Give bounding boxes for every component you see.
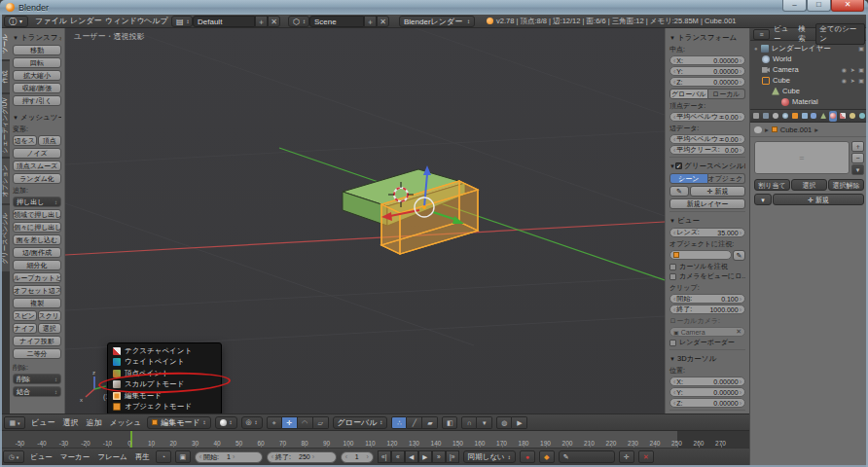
next-keyframe-button[interactable]: » (432, 450, 446, 463)
grease-pencil-header[interactable]: ▼✓ グリースペンシルレイ... (669, 162, 745, 171)
auto-keyframe-button[interactable]: ● (520, 450, 535, 463)
median-x-field[interactable]: X:0.00000 (669, 55, 745, 65)
render-engine-select[interactable]: Blenderレンダー↕ (399, 16, 475, 27)
manipulator-axes-icon[interactable]: ⌖ (267, 416, 282, 429)
spin-button[interactable]: スピン (13, 310, 37, 321)
tab-material[interactable] (829, 111, 838, 122)
median-y-field[interactable]: Y:0.00000 (669, 66, 745, 76)
lock-frame-button[interactable]: ▣ (175, 450, 191, 463)
merge-menu[interactable]: 結合↕ (13, 386, 61, 397)
menu-item-vertex-paint[interactable]: 頂点ペイント (109, 368, 220, 379)
scene-name[interactable]: Scene (309, 16, 364, 27)
orientation-select[interactable]: グローバル↕ (333, 416, 388, 429)
close-button[interactable]: ✕ (831, 0, 864, 12)
panel-transform-header[interactable]: ▼ トランスフォーム (13, 33, 61, 43)
randomize-button[interactable]: ランダム化 (13, 173, 61, 184)
vertex-bevel-weight-field[interactable]: 平均ベベルウェ:0.00 (669, 112, 745, 122)
snap-magnet-button[interactable]: ∩ (461, 416, 477, 429)
scale-manipulator-button[interactable]: ▱ (313, 416, 329, 429)
titlebar[interactable]: Blender – □ ✕ (0, 0, 868, 15)
snap-element-button[interactable]: ▾ (477, 416, 492, 429)
menu-mesh[interactable]: メッシュ (107, 417, 143, 428)
keying-set-field[interactable]: ✎ (559, 450, 615, 463)
scene-icon-button[interactable]: ⬡↕ (288, 16, 309, 27)
editor-type-button[interactable]: ⓘ▾ (4, 16, 28, 27)
start-frame-field[interactable]: 開始:1 (195, 451, 263, 463)
face-select-button[interactable]: ▰ (422, 416, 438, 429)
play-reverse-button[interactable]: ◀ (405, 450, 418, 463)
current-frame-field[interactable]: 1 (341, 451, 374, 463)
add-scene-button[interactable]: ＋ (364, 16, 377, 27)
menu-playback[interactable]: 再生 (133, 452, 152, 462)
extrude-region-button[interactable]: 領域で押し出し (13, 209, 61, 220)
select-button[interactable]: 選択 (38, 323, 62, 334)
assign-button[interactable]: 割り当て (754, 179, 790, 191)
delete-menu[interactable]: 削除↕ (13, 374, 61, 384)
editor-type-button[interactable]: ≡ (753, 29, 770, 40)
lock-object-field[interactable] (669, 250, 732, 260)
editor-type-button[interactable]: ▦ ▾ (4, 416, 25, 429)
menu-select[interactable]: 選択 (60, 417, 80, 428)
editor-type-button[interactable]: ◷ ▾ (3, 450, 24, 463)
extrude-menu[interactable]: 押し出し↕ (13, 197, 61, 207)
restrict-icons[interactable]: ◉ ➤ ▣ (842, 66, 865, 73)
median-z-field[interactable]: Z:0.00000 (669, 77, 745, 87)
menu-item-texture-paint[interactable]: テクスチャペイント (109, 345, 220, 357)
remove-slot-button[interactable]: − (851, 153, 864, 163)
previous-keyframe-button[interactable]: « (391, 450, 405, 463)
view-panel-header[interactable]: ▼ ビュー (669, 216, 745, 226)
add-layout-button[interactable]: ＋ (255, 16, 268, 27)
edge-bevel-weight-field[interactable]: 平均ベベルウェ:0.00 (669, 134, 745, 144)
opengl-animation-button[interactable]: ▶ (512, 416, 527, 429)
tab-world[interactable] (780, 111, 789, 122)
delete-keyframe-button[interactable]: ✕ (638, 450, 654, 463)
keying-options-button[interactable]: ◆ (539, 450, 555, 463)
cursor-z-field[interactable]: Z:0.00000 (669, 398, 745, 408)
screw-button[interactable]: スクリュ (38, 310, 62, 321)
menu-item-weight-paint[interactable]: ウェイトペイント (109, 357, 220, 369)
menu-frame[interactable]: フレーム (95, 452, 129, 462)
global-toggle[interactable]: グローバル (669, 89, 708, 99)
timeline-ruler[interactable]: -50-40-30-20-100102030405060708090100110… (0, 431, 749, 449)
duplicate-button[interactable]: 複製 (13, 298, 61, 308)
lock-cursor-checkbox[interactable]: カーソルを注視 (669, 262, 745, 271)
gp-new-button[interactable]: ✛ 新規 (690, 186, 745, 197)
local-toggle[interactable]: ローカル (708, 89, 746, 99)
checkbox-checked-icon[interactable]: ✓ (675, 162, 682, 169)
menu-marker[interactable]: マーカー (58, 452, 91, 462)
knife-project-button[interactable]: ナイフ投影 (13, 336, 61, 346)
delete-layout-button[interactable]: ✕ (268, 16, 280, 27)
clip-start-field[interactable]: 開始:0.100 (669, 294, 745, 304)
3d-viewport[interactable]: zyx ユーザー・透視投影 (1) テクスチャペイント ウェイトペイント 頂点ペ… (65, 28, 665, 413)
menu-view[interactable]: ビュー (29, 417, 56, 428)
menu-view[interactable]: ビュー (28, 452, 54, 462)
screen-layout-name[interactable]: Default (193, 16, 255, 27)
new-material-button[interactable]: ✛ 新規 (773, 194, 864, 205)
menu-view[interactable]: ビュー (774, 24, 794, 44)
outliner-item-world[interactable]: World (754, 54, 868, 64)
jump-to-end-button[interactable]: |» (446, 450, 459, 463)
restrict-icons[interactable]: ▣ (858, 45, 865, 52)
knife-button[interactable]: ナイフ (13, 323, 37, 334)
delete-scene-button[interactable]: ✕ (377, 16, 389, 27)
edge-select-button[interactable]: ╱ (407, 416, 422, 429)
minimize-button[interactable]: – (782, 0, 807, 12)
jump-to-start-button[interactable]: «| (378, 450, 391, 463)
subdivide-button[interactable]: 細分化 (13, 260, 61, 270)
end-frame-field[interactable]: 終了:250 (267, 451, 337, 463)
make-edge-face-button[interactable]: 辺/面作成 (13, 247, 61, 258)
tab-constraints[interactable] (800, 111, 809, 122)
edge-slide-button[interactable]: 辺をス (13, 135, 37, 146)
tab-texture[interactable] (838, 111, 847, 122)
limit-to-visible-button[interactable]: ◧ (442, 416, 457, 429)
menu-item-object-mode[interactable]: オブジェクトモード (109, 402, 220, 413)
maximize-button[interactable]: □ (807, 0, 831, 12)
material-slot-list[interactable]: = (754, 141, 850, 174)
lens-field[interactable]: レンズ:35.000 (669, 228, 745, 237)
outliner-item-cube-mesh[interactable]: Cube (754, 86, 868, 96)
menu-item-sculpt-mode[interactable]: スカルプトモード (109, 379, 220, 391)
mean-crease-field[interactable]: 平均クリース:0.00 (669, 145, 745, 155)
render-border-checkbox[interactable]: レンダーボーダー (669, 338, 745, 347)
tab-modifiers[interactable] (810, 111, 818, 122)
translate-button[interactable]: 移動 (13, 45, 61, 55)
